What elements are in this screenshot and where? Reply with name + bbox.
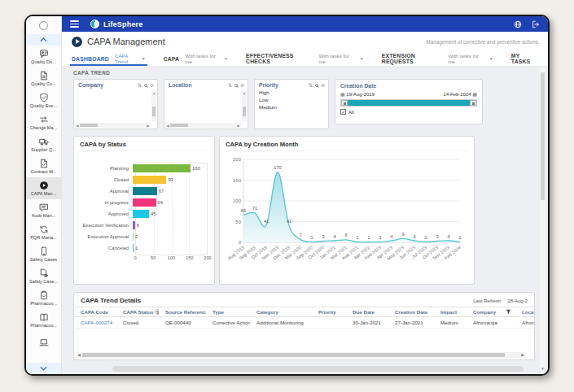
company-filter[interactable]: Company ⇅ ⊘ ▲ ◀▶ (73, 79, 158, 129)
chevron-down-icon[interactable]: ▼ (360, 56, 364, 61)
tab-dashboard-view[interactable]: CAPA Trend (115, 53, 136, 64)
sidebar-item-more[interactable] (26, 331, 61, 353)
creation-date-filter[interactable]: Creation Date ▦ 19-Aug-2019 14-Feb-2024 … (335, 79, 483, 124)
bar-value-label: 1 (135, 246, 138, 250)
clear-filter-icon[interactable]: ⊘ (150, 82, 154, 88)
column-header-location[interactable]: Location (515, 309, 535, 315)
logout-icon[interactable] (532, 20, 540, 28)
slider-left-handle[interactable] (341, 100, 348, 106)
priority-option-list[interactable]: HighLowMedium (255, 89, 328, 112)
column-header-category[interactable]: Category (250, 309, 312, 315)
column-header-due-date[interactable]: Due Date (346, 309, 388, 315)
vertical-scrollbar[interactable]: ▲ (151, 91, 156, 121)
tab-extension-view[interactable]: With tasks for me (448, 53, 483, 64)
column-header-type[interactable]: Type (206, 309, 250, 315)
tab-effectiveness-label[interactable]: EFFECTIVENESS CHECKS (246, 53, 313, 64)
vertical-scrollbar[interactable]: ▲ (242, 91, 247, 121)
priority-option[interactable]: Low (259, 97, 324, 104)
clear-filter-icon[interactable]: ⊘ (321, 82, 325, 88)
column-header-creation-date[interactable]: Creation Date (388, 309, 434, 315)
tab-my-tasks-label[interactable]: MY TASKS (511, 53, 538, 64)
bar[interactable] (133, 187, 157, 195)
bar[interactable] (133, 233, 134, 241)
hamburger-menu-icon[interactable] (70, 20, 79, 28)
sort-icon[interactable]: ⇅ (228, 82, 232, 88)
sidebar-item-safety-cases[interactable]: Safety Cases (26, 243, 61, 265)
table-horizontal-scrollbar[interactable]: ◀ ▶ (76, 352, 526, 358)
capa-code-link[interactable]: CAPA-000274 (74, 320, 116, 325)
svg-text:200: 200 (233, 157, 242, 162)
priority-filter[interactable]: Priority ⇅ ⊘ HighLowMedium (254, 79, 329, 129)
search-icon[interactable] (315, 84, 318, 87)
column-header-company[interactable]: Company (467, 309, 515, 315)
column-header-source-reference[interactable]: Source Reference (159, 309, 206, 315)
location-filter[interactable]: Location ⇅ ⊘ ▲ ◀▶ (164, 79, 248, 129)
horizontal-scrollbar[interactable]: ◀▶ (165, 123, 241, 128)
sidebar-item-quality-do[interactable]: Quality Do... (26, 46, 61, 68)
tab-effectiveness-view[interactable]: With tasks for me (318, 53, 353, 64)
tab-capa-view[interactable]: With tasks for me (185, 53, 218, 64)
table-row[interactable]: CAPA-000274ClosedQE-000440Corrective Act… (74, 317, 534, 329)
all-checkbox[interactable]: ✓ (340, 109, 346, 115)
column-header-capa-status[interactable]: CAPA Status⇅ (116, 309, 159, 315)
tab-extension-requests[interactable]: EXTENSION REQUESTS With tasks for me ▼ (382, 51, 493, 66)
sidebar-item-quality-eve[interactable]: Quality Eve... (26, 89, 61, 111)
tab-capa-label[interactable]: CAPA (164, 56, 180, 62)
sidebar-item-audit-man[interactable]: Audit Man... (26, 199, 61, 221)
scroll-left-icon[interactable]: ◀ (76, 353, 82, 357)
bar[interactable] (133, 164, 191, 172)
slider-right-handle[interactable] (470, 100, 476, 106)
slider-range-fill[interactable] (348, 100, 470, 106)
sidebar-scroll-down[interactable] (26, 363, 61, 374)
bar[interactable] (133, 221, 135, 229)
column-header-impact[interactable]: Impact (434, 309, 467, 315)
sidebar-item-contract-m[interactable]: Contract M... (26, 155, 61, 177)
scroll-right-icon[interactable]: ▶ (519, 353, 526, 357)
sidebar-item-quality-co[interactable]: Quality Co... (26, 68, 61, 89)
tab-dashboard-label[interactable]: DASHBOARD (72, 56, 109, 62)
calendar-icon[interactable]: ▦ (472, 92, 477, 97)
tab-extension-label[interactable]: EXTENSION REQUESTS (382, 53, 443, 64)
content-vertical-scrollbar[interactable]: ▼ (540, 68, 546, 371)
date-to-value[interactable]: 14-Feb-2024 (443, 92, 471, 97)
bar[interactable] (133, 210, 149, 218)
sort-icon[interactable]: ⇅ (309, 82, 313, 88)
chevron-down-icon[interactable]: ▼ (142, 56, 146, 61)
column-header-capa-code[interactable]: CAPA Code (74, 309, 116, 315)
date-range-slider[interactable] (340, 99, 477, 107)
chevron-down-icon[interactable]: ▼ (489, 56, 493, 61)
clear-filter-icon[interactable]: ⊘ (240, 82, 244, 88)
sidebar-item-pqr-mana[interactable]: PQR Mana... (26, 221, 61, 243)
bar-value-label: 67 (159, 189, 164, 194)
search-icon[interactable] (234, 84, 238, 87)
calendar-icon[interactable]: ▦ (340, 92, 345, 97)
globe-icon[interactable] (514, 20, 522, 28)
sidebar-scroll-up[interactable] (26, 34, 61, 46)
search-icon[interactable] (144, 84, 147, 87)
sidebar-item-safety-case[interactable]: Safety Case... (26, 265, 61, 287)
chevron-down-icon[interactable]: ▼ (224, 56, 228, 61)
horizontal-scrollbar[interactable]: ◀▶ (75, 123, 151, 128)
bottom-scrollbar-thumb[interactable] (112, 366, 524, 372)
tab-my-tasks[interactable]: MY TASKS (511, 51, 538, 66)
bar[interactable] (133, 176, 166, 184)
sidebar-item-change-ma[interactable]: Change Ma... (26, 111, 61, 133)
bar-value-label: 6 (137, 223, 139, 228)
bar[interactable] (133, 198, 156, 207)
filter-funnel-icon[interactable] (506, 309, 511, 315)
bar[interactable] (133, 244, 134, 252)
tab-dashboard[interactable]: DASHBOARD CAPA Trend ▼ (72, 51, 146, 66)
sidebar-item-pharmacov[interactable]: Pharmacov... (26, 309, 61, 331)
date-from-value[interactable]: 19-Aug-2019 (346, 92, 375, 97)
record-circle-icon (39, 181, 49, 190)
sidebar-item-supplier-q[interactable]: Supplier Q... (26, 133, 61, 155)
sidebar-item-pharmacov[interactable]: Pharmacov... (26, 287, 61, 309)
sort-icon[interactable]: ⇅ (138, 82, 142, 88)
tab-effectiveness-checks[interactable]: EFFECTIVENESS CHECKS With tasks for me ▼ (246, 51, 364, 66)
priority-option[interactable]: Medium (259, 104, 324, 111)
sidebar-item-capa-man[interactable]: CAPA Man... (26, 177, 61, 199)
column-header-priority[interactable]: Priority (312, 309, 346, 315)
tab-capa[interactable]: CAPA With tasks for me ▼ (164, 51, 228, 66)
module-sidebar: Quality Do...Quality Co...Quality Eve...… (26, 16, 62, 374)
priority-option[interactable]: High (259, 89, 324, 97)
